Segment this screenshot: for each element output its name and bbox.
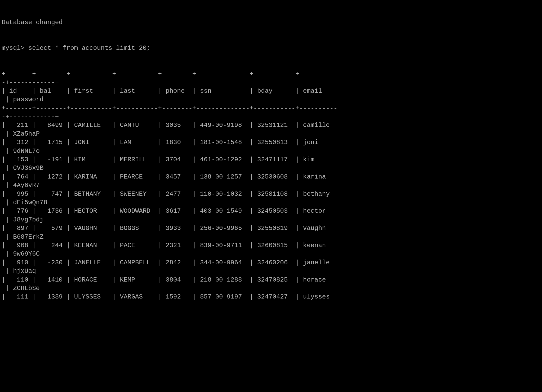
table-row: | 897 | 579 | VAUGHN | BOGGS | 3933 | 25… bbox=[2, 224, 542, 233]
prompt-line: mysql> select * from accounts limit 20; bbox=[2, 44, 542, 52]
terminal-output[interactable]: Database changed mysql> select * from ac… bbox=[0, 0, 542, 311]
table-row: +-------+--------+-----------+----------… bbox=[2, 70, 542, 78]
table-row: | 110 | 1410 | HORACE | KEMP | 3804 | 21… bbox=[2, 276, 542, 284]
table-row: | 312 | 1715 | JONI | LAM | 1830 | 181-0… bbox=[2, 138, 542, 147]
table-row: | B687ErkZ | bbox=[2, 233, 542, 241]
mysql-prompt: mysql> bbox=[2, 44, 24, 52]
table-row: | dEi5wQn78 | bbox=[2, 198, 542, 207]
table-row: | CVJ36x9B | bbox=[2, 164, 542, 172]
table-row: | 211 | 8499 | CAMILLE | CANTU | 3035 | … bbox=[2, 121, 542, 130]
table-row: | 776 | 1736 | HECTOR | WOODWARD | 3617 … bbox=[2, 207, 542, 215]
table-row: -+------------+ bbox=[2, 78, 542, 87]
query-text: select * from accounts limit 20; bbox=[28, 44, 150, 52]
status-line: Database changed bbox=[2, 18, 542, 27]
table-row: | password | bbox=[2, 95, 542, 104]
table-row: | 9w69Y6C | bbox=[2, 250, 542, 258]
table-row: | 9dNNL7o | bbox=[2, 147, 542, 155]
table-row: | 111 | 1389 | ULYSSES | VARGAS | 1592 |… bbox=[2, 293, 542, 301]
table-row: | 153 | -191 | KIM | MERRILL | 3704 | 46… bbox=[2, 155, 542, 164]
table-row: | 764 | 1272 | KARINA | PEARCE | 3457 | … bbox=[2, 173, 542, 181]
table-row: +-------+--------+-----------+----------… bbox=[2, 104, 542, 113]
table-row: | ZCHLbSe | bbox=[2, 284, 542, 293]
table-row: | 4Ay6vR7 | bbox=[2, 181, 542, 190]
table-row: -+------------+ bbox=[2, 113, 542, 121]
table-row: | hjxUaq | bbox=[2, 267, 542, 275]
table-row: | J8vg7bdj | bbox=[2, 216, 542, 224]
table-row: | 910 | -230 | JANELLE | CAMPBELL | 2842… bbox=[2, 259, 542, 267]
table-row: | 908 | 244 | KEENAN | PACE | 2321 | 839… bbox=[2, 241, 542, 250]
table-row: | 995 | 747 | BETHANY | SWEENEY | 2477 |… bbox=[2, 190, 542, 198]
table-row: | XZa5haP | bbox=[2, 130, 542, 138]
table-row: | id | bal | first | last | phone | ssn … bbox=[2, 87, 542, 95]
